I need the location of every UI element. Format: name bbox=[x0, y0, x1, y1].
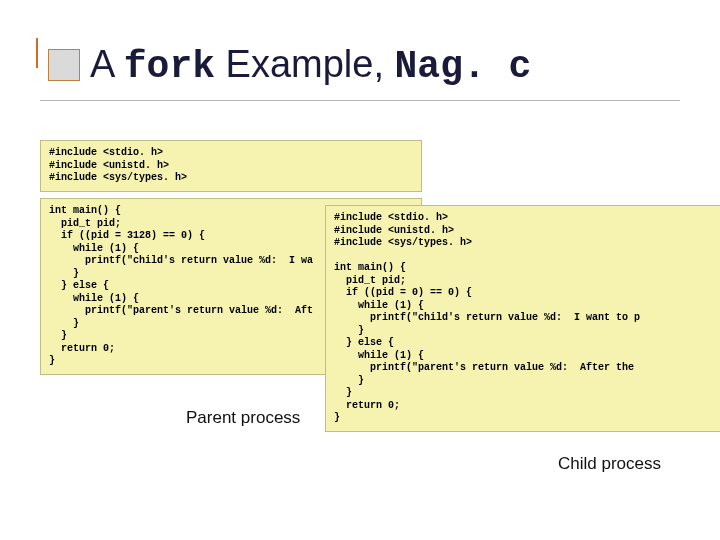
slide-title: A fork Example, Nag. c bbox=[90, 43, 531, 88]
code-box-child: #include <stdio. h> #include <unistd. h>… bbox=[325, 205, 720, 432]
title-divider bbox=[40, 100, 680, 101]
slide: A fork Example, Nag. c #include <stdio. … bbox=[0, 0, 720, 540]
title-bullet-box bbox=[48, 49, 80, 81]
title-code-fork: fork bbox=[124, 45, 215, 88]
title-bar: A fork Example, Nag. c bbox=[48, 36, 531, 94]
caption-child: Child process bbox=[558, 454, 661, 474]
caption-parent: Parent process bbox=[186, 408, 300, 428]
title-segment: Example, bbox=[215, 43, 395, 85]
code-child: #include <stdio. h> #include <unistd. h>… bbox=[326, 206, 720, 431]
code-box-includes: #include <stdio. h> #include <unistd. h>… bbox=[40, 140, 422, 192]
title-code-filename: Nag. c bbox=[395, 45, 532, 88]
title-accent-bar bbox=[36, 38, 38, 68]
title-segment: A bbox=[90, 43, 124, 85]
code-includes: #include <stdio. h> #include <unistd. h>… bbox=[41, 141, 421, 191]
